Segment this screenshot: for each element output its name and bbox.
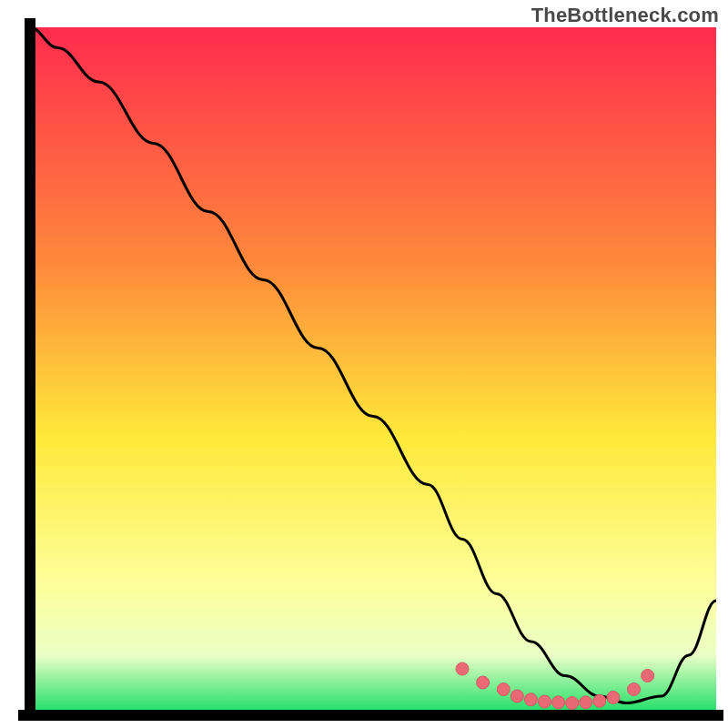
marker-dot [539, 695, 551, 708]
marker-dot [456, 662, 469, 675]
chart-svg [0, 0, 728, 728]
plot-background [30, 27, 716, 710]
marker-dot [524, 693, 537, 706]
marker-dot [607, 692, 620, 704]
marker-dot [566, 697, 579, 710]
marker-dot [628, 683, 641, 696]
marker-dot [580, 696, 592, 709]
marker-dot [593, 694, 606, 707]
marker-dot [511, 690, 523, 703]
marker-dot [497, 683, 510, 696]
marker-dot [552, 696, 565, 709]
marker-dot [477, 676, 490, 689]
marker-dot [642, 670, 654, 682]
chart-stage: TheBottleneck.com [0, 0, 728, 728]
